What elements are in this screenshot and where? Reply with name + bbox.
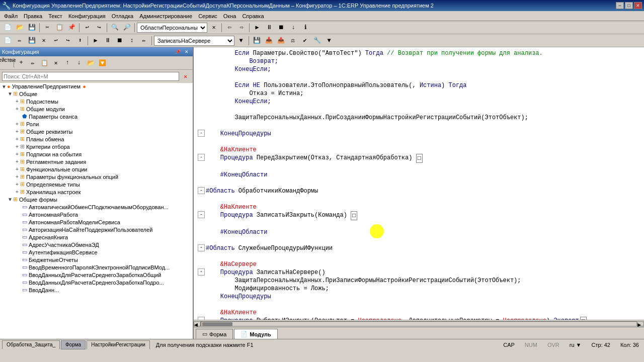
expander-or[interactable]: + — [14, 129, 20, 134]
fold-konecprocedury[interactable]: - — [198, 130, 205, 137]
tb2-btn8[interactable]: ▶ — [90, 35, 101, 46]
menu-help[interactable]: Справка — [239, 12, 267, 20]
maximize-button[interactable]: □ — [625, 2, 633, 9]
panel-actions-button[interactable]: Действия ▼ — [1, 57, 12, 68]
tb2-btn10[interactable]: ⏹ — [114, 35, 125, 46]
server-combo[interactable]: ЗаписатьНаСервере — [154, 36, 234, 46]
tree-params-fo[interactable]: + ⊞ Параметры функциональных опций — [0, 173, 193, 180]
copy-button[interactable]: 📋 — [54, 22, 65, 33]
tb2-btn9[interactable]: ⏸ — [102, 35, 113, 46]
run-button[interactable]: ▶ — [252, 22, 263, 33]
tree-form-5[interactable]: ▭ АдреснаяКнига — [0, 233, 193, 241]
expander-om[interactable]: + — [14, 106, 20, 112]
tree-form-12[interactable]: ▭ ВводДанн... — [0, 286, 193, 294]
tree-obshie[interactable]: ▼ ⊞ Общие — [0, 90, 193, 98]
tb2-btn12[interactable]: ✏ — [138, 35, 149, 46]
panel-edit-button[interactable]: ✏ — [27, 57, 38, 68]
tb2-btn1[interactable]: 📄 — [2, 35, 13, 46]
expander-root[interactable]: ▼ — [1, 84, 7, 89]
code-area[interactable]: Если Параметры.Свойство("АвтоТест") Тогд… — [194, 47, 644, 320]
tree-form-4[interactable]: ▭ АвторизацияНаСайтеПоддержкиПользовател… — [0, 226, 193, 233]
tb2-btn6[interactable]: ↪ — [62, 35, 73, 46]
panel-filter-button[interactable]: 🔽 — [97, 57, 108, 68]
step-button[interactable]: ↓ — [288, 22, 299, 33]
expander-podsistemy[interactable]: + — [14, 99, 20, 104]
stop-button[interactable]: ⏹ — [276, 22, 287, 33]
tree-opred-tipy[interactable]: + ⊞ Определяемые типы — [0, 180, 193, 188]
tb2-load[interactable]: 📥 — [263, 35, 274, 46]
tree-root[interactable]: ▼ ● УправлениеПредприятием ● — [0, 83, 193, 90]
panel-up-button[interactable]: ↑ — [62, 57, 73, 68]
menu-service[interactable]: Сервис — [195, 12, 220, 20]
tree-form-7[interactable]: ▭ АутентификацияВСервисе — [0, 248, 193, 256]
expander-obshie[interactable]: ▼ — [7, 91, 13, 97]
menu-edit[interactable]: Правка — [21, 12, 45, 20]
panel-open-button[interactable]: 📂 — [85, 57, 96, 68]
panel-close-button[interactable]: ✕ — [183, 48, 191, 55]
menu-windows[interactable]: Окна — [220, 12, 239, 20]
tab-module[interactable]: 📄 Модуль — [234, 329, 278, 339]
horizontal-scrollbar[interactable]: ◄ ► — [194, 320, 644, 327]
stab-forma[interactable]: Форма — [61, 340, 86, 349]
tree-reglam[interactable]: + ⊞ Регламентные задания — [0, 158, 193, 165]
new-button[interactable]: 📄 — [2, 22, 13, 33]
fold-zapisat-i-zakryt[interactable]: - — [198, 211, 205, 218]
tb2-btn3[interactable]: 💾 — [26, 35, 37, 46]
close-button[interactable]: ✕ — [634, 2, 642, 9]
tree-podsistemy[interactable]: + ⊞ Подсистемы — [0, 98, 193, 105]
tb2-btn5[interactable]: ↩ — [50, 35, 61, 46]
tb2-unload[interactable]: 📤 — [275, 35, 286, 46]
tree-roli[interactable]: + ⊞ Роли — [0, 120, 193, 128]
back-button[interactable]: ⇨ — [236, 22, 247, 33]
undo-button[interactable]: ↩ — [82, 22, 93, 33]
fold-peredзakrytiem[interactable]: - — [198, 154, 205, 161]
tb2-deploy[interactable]: 🔧 — [311, 35, 323, 46]
fold-oblast-obrabotchiki[interactable]: - — [198, 187, 205, 194]
tree-form-8[interactable]: ▭ БюджетныеОтчеты — [0, 256, 193, 263]
stab-obrabotka[interactable]: Обработка_Защита_ — [2, 340, 60, 349]
panel-copy-button[interactable]: 📋 — [39, 57, 50, 68]
open-button[interactable]: 📂 — [14, 22, 25, 33]
menu-text[interactable]: Текст — [45, 12, 65, 20]
expander-hn[interactable]: + — [14, 189, 20, 195]
redo-button[interactable]: ↪ — [94, 22, 105, 33]
tree-obshie-rekvizity[interactable]: + ⊞ Общие реквизиты — [0, 128, 193, 135]
paste-button[interactable]: 📌 — [66, 22, 77, 33]
tree-form-11[interactable]: ▭ ВводДанныхДляРасчетаСреднегоЗаработкаП… — [0, 279, 193, 286]
tb2-btn4[interactable]: ✕ — [38, 35, 49, 46]
tree-form-2[interactable]: ▭ АвтономнаяРабота — [0, 211, 193, 218]
hscroll-right[interactable]: ► — [637, 321, 644, 326]
menu-file[interactable]: Файл — [1, 12, 21, 20]
tree-podpiski[interactable]: + ⊞ Подписки на события — [0, 150, 193, 158]
tb2-save-server[interactable]: 💾 — [251, 35, 262, 46]
search-input[interactable] — [2, 72, 179, 81]
tree-form-1[interactable]: ▭ АвтоматическийОбменСПодключаемымОборуд… — [0, 203, 193, 211]
expander-rz[interactable]: + — [14, 159, 20, 164]
hscroll-left[interactable]: ◄ — [194, 321, 201, 326]
tb2-btn2[interactable]: ✏ — [14, 35, 25, 46]
info-button[interactable]: ℹ — [300, 22, 311, 33]
search-button[interactable]: 🔍 — [109, 22, 120, 33]
stab-nastroyki[interactable]: НастройкиРегистрации — [87, 340, 150, 349]
tree-form-10[interactable]: ▭ ВводДанныхДляРасчетаСреднегоЗаработкаО… — [0, 271, 193, 279]
tb2-compare[interactable]: ⚖ — [287, 35, 298, 46]
expander-ps2[interactable]: + — [14, 151, 20, 157]
expander-fo[interactable]: + — [14, 166, 20, 172]
panel-new-button[interactable]: + — [16, 57, 27, 68]
fold-vybrat-i-zakryt[interactable]: - — [198, 317, 205, 320]
search-clear-button[interactable]: ✕ — [180, 71, 191, 82]
expander-roli[interactable]: + — [14, 121, 20, 127]
menu-debug[interactable]: Отладка — [109, 12, 136, 20]
goto-button[interactable]: ⇦ — [224, 22, 235, 33]
tb2-clear[interactable]: ▼ — [235, 35, 247, 46]
save-button[interactable]: 💾 — [26, 22, 37, 33]
tb2-extra[interactable]: ▼ — [324, 35, 335, 46]
tb2-btn7[interactable]: ⬆ — [74, 35, 86, 46]
panel-pin-button[interactable]: 📌 — [174, 48, 182, 55]
tree-kriterii-otbora[interactable]: + ⊞ Критерии отбора — [0, 143, 193, 150]
panel-down-button[interactable]: ↓ — [73, 57, 85, 68]
tree-obshie-formy[interactable]: ▼ ⊞ Общие формы — [0, 196, 193, 203]
tree-plany-obmena[interactable]: + ⊞ Планы обмена — [0, 135, 193, 143]
expander-po[interactable]: + — [14, 136, 20, 142]
panel-delete-button[interactable]: ✕ — [50, 57, 61, 68]
